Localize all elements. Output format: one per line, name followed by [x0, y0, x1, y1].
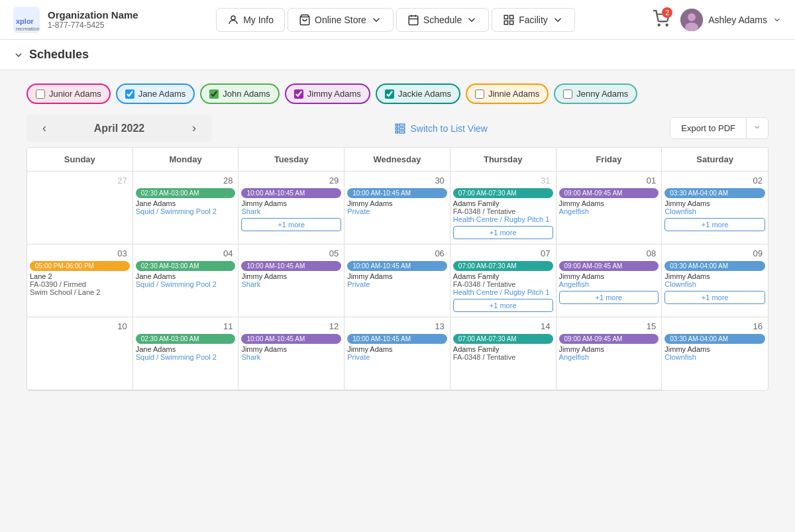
cal-date: 03 — [30, 247, 130, 260]
svg-rect-23 — [399, 131, 405, 133]
svg-rect-19 — [399, 124, 405, 126]
event-link[interactable]: Angelfish — [559, 353, 659, 361]
event-time: 10:00 AM-10:45 AM — [352, 262, 442, 270]
person-chip-john[interactable]: John Adams — [200, 83, 280, 104]
my-info-label: My Info — [243, 15, 274, 25]
event-adams-07[interactable]: 07:00 AM-07:30 AM — [453, 261, 553, 271]
event-jimmy-02[interactable]: 03:30 AM-04:00 AM — [664, 188, 765, 198]
cart-icon — [299, 14, 311, 26]
person-checkbox-junior[interactable] — [36, 89, 45, 99]
person-checkbox-jenny[interactable] — [563, 89, 572, 99]
event-link[interactable]: Private — [347, 280, 447, 288]
event-person: Jimmy Adams — [347, 199, 447, 207]
event-lane2-03[interactable]: 05:00 PM-06:00 PM — [30, 261, 130, 271]
event-jimmy-09[interactable]: 03:30 AM-04:00 AM — [664, 261, 765, 271]
event-link[interactable]: Angelfish — [559, 207, 659, 215]
org-info: Organization Name 1-877-774-5425 — [48, 9, 138, 30]
export-dropdown-button[interactable] — [746, 118, 768, 138]
event-link[interactable]: Angelfish — [559, 280, 659, 288]
event-detail: Lane 2 FA-0390 / Firmed Swim School / La… — [30, 272, 130, 296]
event-link[interactable]: Squid / Swimming Pool 2 — [136, 207, 236, 215]
person-checkbox-jinnie[interactable] — [475, 89, 484, 99]
cal-date: 15 — [559, 320, 659, 333]
cal-cell-apr04: 04 02:30 AM-03:00 AM Jane Adams Squid / … — [133, 244, 239, 317]
schedule-label: Schedule — [423, 15, 462, 25]
event-jimmy-12[interactable]: 10:00 AM-10:45 AM — [241, 334, 341, 344]
event-jimmy-05[interactable]: 10:00 AM-10:45 AM — [241, 261, 341, 271]
event-link[interactable]: Private — [347, 353, 447, 361]
day-header-wednesday: Wednesday — [344, 148, 450, 171]
event-jane-04[interactable]: 02:30 AM-03:00 AM — [136, 261, 236, 271]
calendar-controls: ‹ April 2022 › Switch to List View Expor… — [26, 115, 768, 142]
event-link[interactable]: Shark — [241, 207, 341, 215]
event-jimmy-08[interactable]: 09:00 AM-09:45 AM — [559, 261, 659, 271]
person-checkbox-jackie[interactable] — [385, 89, 394, 99]
more-events-button-08[interactable]: +1 more — [559, 291, 659, 304]
event-jimmy-29[interactable]: 10:00 AM-10:45 AM — [241, 188, 341, 198]
person-chip-jimmy[interactable]: Jimmy Adams — [285, 83, 370, 104]
event-link[interactable]: Clownfish — [664, 207, 765, 215]
svg-rect-20 — [396, 127, 398, 129]
cart-button[interactable]: 2 — [653, 10, 670, 29]
event-link[interactable]: Private — [347, 207, 447, 215]
event-link[interactable]: Clownfish — [664, 280, 765, 288]
more-events-button-29[interactable]: +1 more — [241, 218, 341, 231]
cal-cell-mar27: 27 — [27, 172, 133, 244]
cart-badge: 2 — [662, 7, 672, 18]
person-chip-junior[interactable]: Junior Adams — [26, 83, 111, 104]
facility-button[interactable]: Facility — [492, 8, 575, 32]
next-month-button[interactable]: › — [187, 120, 201, 136]
svg-point-14 — [666, 25, 668, 26]
cal-date: 10 — [30, 320, 130, 333]
person-chip-jinnie[interactable]: Jinnie Adams — [466, 83, 549, 104]
event-adams-14[interactable]: 07:00 AM-07:30 AM — [453, 334, 553, 344]
event-jimmy-30[interactable]: 10:00 AM-10:45 AM — [347, 188, 447, 198]
person-label-jackie: Jackie Adams — [398, 89, 451, 99]
event-link[interactable]: Squid / Swimming Pool 2 — [136, 353, 236, 361]
event-link[interactable]: Shark — [241, 280, 341, 288]
view-toggle[interactable]: Switch to List View — [394, 123, 487, 134]
person-checkbox-john[interactable] — [209, 89, 219, 99]
user-info[interactable]: Ashley Adams — [680, 9, 782, 31]
event-jane-28[interactable]: 02:30 AM-03:00 AM — [136, 188, 236, 198]
more-events-button-02[interactable]: +1 more — [664, 218, 765, 231]
person-checkbox-jane[interactable] — [125, 89, 134, 99]
person-chip-jenny[interactable]: Jenny Adams — [554, 83, 637, 104]
day-header-tuesday: Tuesday — [238, 148, 344, 171]
my-info-button[interactable]: My Info — [216, 8, 285, 32]
event-person: Jane Adams — [136, 272, 236, 280]
event-jimmy-06[interactable]: 10:00 AM-10:45 AM — [347, 261, 447, 271]
event-jimmy-01[interactable]: 09:00 AM-09:45 AM — [559, 188, 659, 198]
calendar-header-row: Sunday Monday Tuesday Wednesday Thursday… — [27, 148, 768, 172]
more-events-button-07[interactable]: +1 more — [453, 299, 553, 312]
more-events-button-31[interactable]: +1 more — [453, 226, 553, 239]
export-pdf-button[interactable]: Export to PDF — [670, 118, 746, 138]
event-jimmy-13[interactable]: 10:00 AM-10:45 AM — [347, 334, 447, 344]
person-chip-jackie[interactable]: Jackie Adams — [376, 83, 460, 104]
event-jimmy-15[interactable]: 09:00 AM-09:45 AM — [559, 334, 659, 344]
more-events-button-09[interactable]: +1 more — [664, 291, 765, 304]
schedules-section-header[interactable]: Schedules — [0, 40, 795, 70]
online-store-button[interactable]: Online Store — [288, 8, 394, 32]
event-person: Jimmy Adams — [347, 272, 447, 280]
event-time: 07:00 AM-07:30 AM — [458, 262, 548, 270]
event-adams-31[interactable]: 07:00 AM-07:30 AM — [453, 188, 553, 198]
schedule-button[interactable]: Schedule — [396, 8, 489, 32]
event-time: 02:30 AM-03:00 AM — [141, 262, 231, 270]
event-person: Jimmy Adams — [559, 345, 659, 353]
event-jimmy-16[interactable]: 03:30 AM-04:00 AM — [664, 334, 765, 344]
event-link[interactable]: Health Centre / Rugby Pitch 1 — [453, 215, 553, 223]
header-left: xplor recreation Organization Name 1-877… — [13, 7, 138, 33]
prev-month-button[interactable]: ‹ — [37, 120, 52, 136]
event-link[interactable]: Squid / Swimming Pool 2 — [136, 280, 236, 288]
svg-rect-22 — [396, 131, 398, 133]
event-link[interactable]: Clownfish — [664, 353, 765, 361]
header: xplor recreation Organization Name 1-877… — [0, 0, 795, 40]
person-chip-jane[interactable]: Jane Adams — [116, 83, 195, 104]
event-time: 09:00 AM-09:45 AM — [564, 189, 654, 197]
event-jane-11[interactable]: 02:30 AM-03:00 AM — [136, 334, 236, 344]
online-store-chevron — [370, 14, 382, 26]
event-link[interactable]: Shark — [241, 353, 341, 361]
event-link[interactable]: Health Centre / Rugby Pitch 1 — [453, 288, 553, 296]
person-checkbox-jimmy[interactable] — [294, 89, 303, 99]
